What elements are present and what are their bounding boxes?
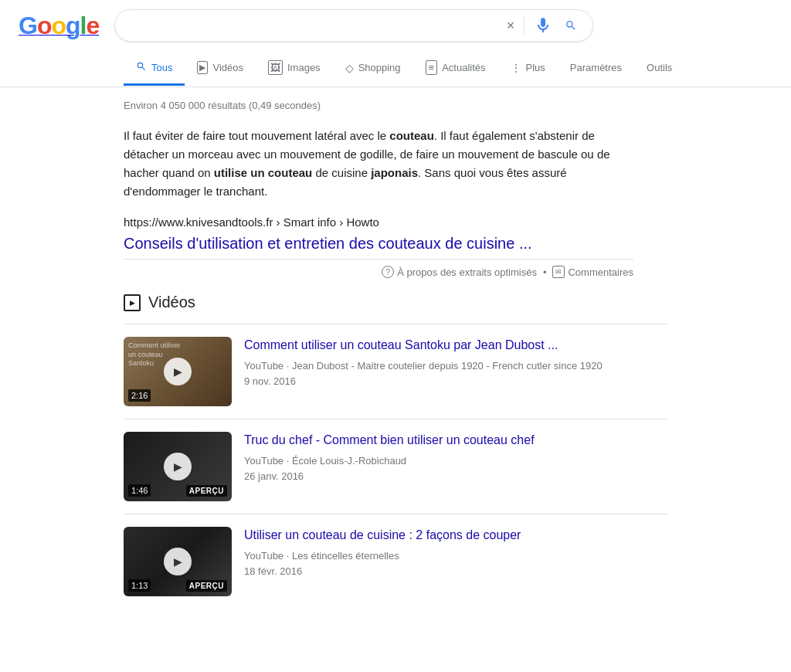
search-button[interactable] — [562, 16, 580, 35]
videos-section-icon — [124, 294, 141, 311]
tab-outils[interactable]: Outils — [634, 53, 684, 85]
tab-images[interactable]: 🖼 Images — [256, 51, 333, 87]
about-extraits-label: À propos des extraits optimisés — [397, 266, 537, 278]
bullet-separator: • — [543, 266, 547, 278]
tab-shopping-label: Shopping — [358, 62, 401, 73]
search-bar: comment utiliser un couteau japonais × — [114, 9, 593, 42]
video-thumbnail-2[interactable]: ▶ 1:46 APERÇU — [124, 432, 232, 501]
nav-tabs: Tous ▶ Vidéos 🖼 Images ◇ Shopping ≡ Actu… — [0, 51, 791, 87]
main-content: Environ 4 050 000 résultats (0,49 second… — [0, 87, 791, 621]
tab-plus-label: Plus — [526, 62, 545, 73]
thumb-text-1: Comment utiliser un couteau Santoku — [128, 341, 190, 368]
snippet-footer: ? À propos des extraits optimisés • ✉ Co… — [124, 259, 633, 278]
tab-tous-label: Tous — [151, 62, 172, 73]
video-item-1: ▶ Comment utiliser un couteau Santoku 2:… — [124, 324, 667, 419]
video-apercu-3: APERÇU — [186, 580, 227, 592]
videos-title: Vidéos — [148, 294, 195, 311]
question-icon: ? — [382, 266, 394, 278]
video-source-1: YouTube — [244, 360, 283, 372]
play-btn-2: ▶ — [164, 453, 192, 480]
play-btn-3: ▶ — [164, 548, 192, 575]
video-dot-1: · — [287, 360, 292, 372]
video-channel-3: Les étincelles éternelles — [292, 550, 399, 562]
tab-actualites-label: Actualités — [442, 62, 485, 73]
video-meta-2: YouTube · École Louis-J.-Robichaud 26 ja… — [244, 453, 667, 484]
tab-tous[interactable]: Tous — [124, 52, 185, 86]
video-thumbnail-3[interactable]: ▶ 1:13 APERÇU — [124, 527, 232, 596]
video-item-3: ▶ 1:13 APERÇU Utiliser un couteau de cui… — [124, 514, 667, 609]
videos-tab-icon: ▶ — [197, 61, 208, 74]
video-info-3: Utiliser un couteau de cuisine : 2 façon… — [244, 527, 667, 579]
comments-label: Commentaires — [568, 266, 633, 278]
tab-parametres-label: Paramètres — [570, 62, 622, 73]
videos-section: Vidéos ▶ Comment utiliser un couteau San… — [124, 294, 667, 609]
comments-icon: ✉ — [552, 266, 565, 278]
video-duration-1: 2:16 — [128, 389, 151, 402]
snippet-bold-3: japonais — [371, 166, 418, 179]
video-date-1: 9 nov. 2016 — [244, 375, 296, 387]
video-dot-3: · — [287, 550, 292, 562]
plus-tab-icon: ⋮ — [511, 62, 521, 74]
tab-images-label: Images — [287, 62, 321, 73]
video-title-2[interactable]: Truc du chef - Comment bien utiliser un … — [244, 432, 667, 449]
tab-videos-label: Vidéos — [212, 62, 243, 73]
video-dot-2: · — [287, 455, 292, 467]
about-extraits[interactable]: ? À propos des extraits optimisés — [382, 266, 537, 278]
comments-btn[interactable]: ✉ Commentaires — [552, 266, 633, 278]
video-info-1: Comment utiliser un couteau Santoku par … — [244, 337, 667, 389]
snippet-bold-2: utilise un couteau — [214, 166, 313, 179]
snippet-url: https://www.knivesandtools.fr › Smart in… — [124, 213, 633, 232]
video-list: ▶ Comment utiliser un couteau Santoku 2:… — [124, 324, 667, 609]
video-source-3: YouTube — [244, 550, 283, 562]
video-title-1[interactable]: Comment utiliser un couteau Santoku par … — [244, 337, 667, 354]
shopping-tab-icon: ◇ — [345, 62, 354, 74]
tab-plus[interactable]: ⋮ Plus — [498, 53, 558, 86]
results-count: Environ 4 050 000 résultats (0,49 second… — [124, 100, 667, 111]
tous-icon — [136, 61, 147, 74]
featured-snippet: Il faut éviter de faire tout mouvement l… — [124, 127, 633, 278]
video-source-2: YouTube — [244, 455, 283, 467]
tab-parametres[interactable]: Paramètres — [558, 53, 634, 85]
video-item-2: ▶ 1:46 APERÇU Truc du chef - Comment bie… — [124, 419, 667, 514]
images-tab-icon: 🖼 — [268, 60, 283, 75]
video-apercu-2: APERÇU — [186, 485, 227, 497]
tab-videos[interactable]: ▶ Vidéos — [185, 52, 256, 86]
video-thumbnail-1[interactable]: ▶ Comment utiliser un couteau Santoku 2:… — [124, 337, 232, 406]
search-input[interactable]: comment utiliser un couteau japonais — [127, 19, 497, 32]
tab-actualites[interactable]: ≡ Actualités — [413, 51, 498, 87]
mic-icon — [534, 16, 552, 35]
snippet-bold-1: couteau — [389, 129, 434, 142]
search-icon — [565, 16, 577, 35]
clear-button[interactable]: × — [504, 18, 518, 34]
video-channel-1: Jean Dubost - Maitre coutelier depuis 19… — [292, 360, 603, 372]
tab-outils-label: Outils — [647, 62, 672, 73]
tab-shopping[interactable]: ◇ Shopping — [333, 53, 413, 86]
video-channel-2: École Louis-J.-Robichaud — [292, 455, 406, 467]
videos-header: Vidéos — [124, 294, 667, 311]
video-duration-3: 1:13 — [128, 579, 151, 592]
snippet-link[interactable]: Conseils d'utilisation et entretien des … — [124, 235, 633, 253]
video-date-3: 18 févr. 2016 — [244, 565, 302, 577]
snippet-text: Il faut éviter de faire tout mouvement l… — [124, 127, 633, 201]
google-logo[interactable]: Google — [19, 12, 99, 40]
mic-button[interactable] — [531, 16, 555, 35]
video-date-2: 26 janv. 2016 — [244, 470, 304, 482]
actualites-tab-icon: ≡ — [426, 60, 438, 75]
video-meta-3: YouTube · Les étincelles éternelles 18 f… — [244, 548, 667, 579]
video-duration-2: 1:46 — [128, 484, 151, 497]
video-meta-1: YouTube · Jean Dubost - Maitre coutelier… — [244, 358, 667, 389]
video-title-3[interactable]: Utiliser un couteau de cuisine : 2 façon… — [244, 527, 667, 544]
video-info-2: Truc du chef - Comment bien utiliser un … — [244, 432, 667, 484]
divider — [524, 16, 525, 35]
header: Google comment utiliser un couteau japon… — [0, 0, 791, 51]
